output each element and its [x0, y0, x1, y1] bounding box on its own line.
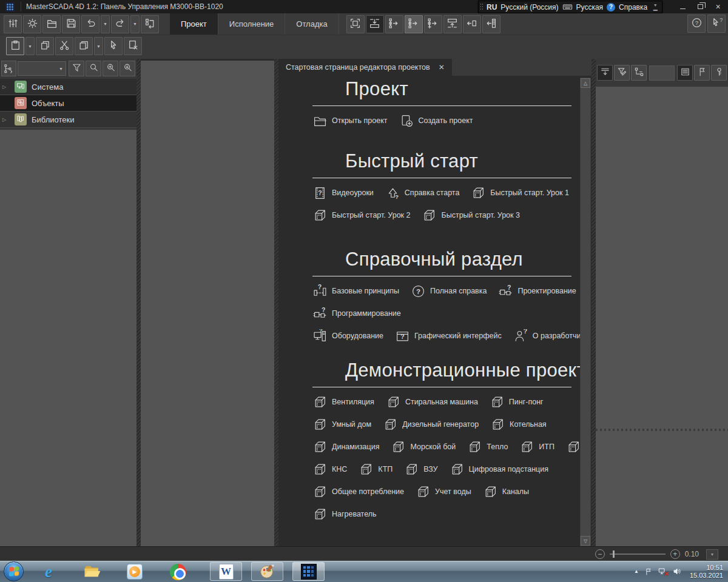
splitter-left[interactable]: [136, 59, 141, 546]
taskbar-explorer[interactable]: [83, 563, 102, 581]
start-page-link[interactable]: ?Видеоуроки: [313, 186, 374, 200]
start-page-link[interactable]: Нагреватель: [313, 507, 377, 521]
network-status-icon[interactable]: ✕: [658, 567, 667, 576]
splitter-right[interactable]: [592, 59, 596, 546]
sidebar-item-objects[interactable]: Объекты: [0, 95, 136, 112]
minimize-button[interactable]: [674, 0, 692, 13]
start-page-link[interactable]: Быстрый старт. Урок 3: [422, 209, 519, 222]
fit-frame-button[interactable]: [346, 15, 365, 33]
zoom-slider[interactable]: [610, 554, 666, 555]
expand-arrow-icon[interactable]: ▷: [2, 117, 10, 122]
start-page-link[interactable]: ВНС: [567, 440, 581, 454]
tab-close-icon[interactable]: ✕: [439, 63, 445, 72]
ribbon-tab-проект[interactable]: Проект: [170, 13, 218, 35]
select-button[interactable]: [104, 37, 123, 55]
start-page-link[interactable]: Морской бой: [391, 440, 456, 454]
start-page-link[interactable]: Дизельный генератор: [383, 418, 479, 432]
start-page-link[interactable]: ?Проектирование: [499, 284, 576, 298]
duplicate-menu-button[interactable]: ▼: [94, 37, 103, 55]
start-page-link[interactable]: Динамизация: [313, 440, 379, 454]
start-page-link[interactable]: Создать проект: [400, 114, 473, 128]
dock-bottom-button[interactable]: [366, 15, 384, 33]
close-button[interactable]: ×: [709, 0, 727, 13]
start-page-tab[interactable]: Стартовая страница редактора проектов ✕: [278, 59, 452, 76]
start-page-link[interactable]: ?Полная справка: [411, 284, 487, 298]
filter-edit-button[interactable]: [614, 65, 630, 81]
start-page-link[interactable]: Быстрый старт. Урок 1: [471, 186, 568, 200]
zoom-out-icon[interactable]: −: [595, 549, 605, 559]
volume-icon[interactable]: [673, 567, 682, 576]
start-page-link[interactable]: ?Графический интерфейс: [396, 329, 502, 343]
properties-search-box[interactable]: [649, 65, 675, 81]
paste-button[interactable]: [6, 37, 24, 55]
search-button[interactable]: [86, 61, 101, 76]
open-button[interactable]: [42, 15, 61, 33]
project-settings-button[interactable]: [23, 15, 41, 33]
keyboard-icon[interactable]: [562, 2, 573, 12]
zoom-slider-handle[interactable]: [613, 550, 615, 558]
help-button[interactable]: ?: [687, 15, 706, 33]
hidden-icons-button[interactable]: ▲: [634, 569, 639, 574]
start-page-link[interactable]: Открыть проект: [313, 114, 388, 128]
action-center-icon[interactable]: [644, 567, 653, 576]
start-page-link[interactable]: ВЗУ: [405, 463, 437, 477]
redo-button[interactable]: [111, 15, 129, 33]
paste-menu-button[interactable]: ▼: [25, 37, 35, 55]
start-page-link[interactable]: Каналы: [484, 485, 529, 499]
start-page-link[interactable]: Стиральная машина: [386, 395, 478, 409]
language-name[interactable]: Русский (Россия): [500, 3, 558, 12]
language-bar-grip[interactable]: [480, 3, 483, 11]
language-options-caret-icon[interactable]: ▼▬: [651, 2, 659, 12]
start-page-link[interactable]: ?О разработчике: [514, 329, 581, 343]
taskbar-word[interactable]: W: [210, 562, 242, 581]
start-page-link[interactable]: ИТП: [520, 440, 554, 454]
language-bar[interactable]: RU Русский (Россия) Русская ? Справка ▼▬: [478, 1, 662, 13]
commit-button[interactable]: [141, 15, 159, 33]
dock-top-button[interactable]: [443, 15, 462, 33]
taskbar-chrome[interactable]: [168, 563, 187, 581]
context-help-button[interactable]: ?: [707, 15, 726, 33]
start-page-link[interactable]: Общее потребление: [313, 485, 404, 499]
start-page-link[interactable]: КНС: [313, 463, 347, 477]
tree-navigate-button[interactable]: [405, 15, 423, 33]
zoom-menu-caret-icon[interactable]: ▼: [706, 549, 718, 560]
start-page-link[interactable]: ?Оборудование: [313, 329, 383, 343]
start-page-link[interactable]: ?Программирование: [313, 307, 401, 321]
start-page-link[interactable]: Умный дом: [313, 418, 371, 432]
zoom-in-icon[interactable]: +: [670, 549, 680, 559]
start-page-link[interactable]: ?Базовые принципы: [313, 284, 399, 298]
sidebar-item-system[interactable]: ▷Система: [0, 79, 136, 95]
key-button[interactable]: [711, 65, 727, 81]
delete-button[interactable]: [124, 37, 142, 55]
ribbon-tab-исполнение[interactable]: Исполнение: [218, 13, 285, 35]
undo-button[interactable]: [81, 15, 99, 33]
tree-out-button[interactable]: [385, 15, 403, 33]
sidebar-item-libraries[interactable]: ▷Библиотеки: [0, 112, 136, 128]
start-page-link[interactable]: ?Справка старта: [386, 186, 460, 200]
flag-button[interactable]: [694, 65, 710, 81]
taskbar-paint[interactable]: [251, 562, 283, 581]
ribbon-tab-отладка[interactable]: Отладка: [285, 13, 339, 35]
start-page-link[interactable]: Вентиляция: [313, 395, 374, 409]
dock-right-button[interactable]: [482, 15, 500, 33]
dock-left-button[interactable]: [463, 15, 481, 33]
start-page-link[interactable]: Пинг-понг: [490, 395, 544, 409]
expand-arrow-icon[interactable]: ▷: [2, 84, 10, 90]
start-page-link[interactable]: Быстрый старт. Урок 2: [313, 209, 410, 222]
taskbar-media-player[interactable]: ▶: [125, 563, 144, 581]
language-code[interactable]: RU: [487, 3, 497, 12]
start-page-link[interactable]: Тепло: [468, 440, 508, 454]
start-page-link[interactable]: Цифровая подстанция: [450, 463, 548, 477]
splitter-middle[interactable]: [274, 59, 278, 546]
search-dropdown-caret-icon[interactable]: ▼: [59, 67, 63, 71]
restore-button[interactable]: [692, 0, 709, 13]
horizontal-splitter[interactable]: [596, 427, 728, 432]
collapse-down-button[interactable]: [597, 65, 613, 81]
search-plus-button[interactable]: [103, 61, 118, 76]
start-page-link[interactable]: КТП: [359, 463, 393, 477]
copy-button[interactable]: [36, 37, 54, 55]
vertical-scrollbar[interactable]: △ ▽: [580, 78, 591, 546]
keyboard-layout[interactable]: Русская: [576, 3, 604, 12]
scroll-down-icon[interactable]: ▽: [581, 536, 590, 546]
scroll-up-icon[interactable]: △: [581, 78, 590, 88]
